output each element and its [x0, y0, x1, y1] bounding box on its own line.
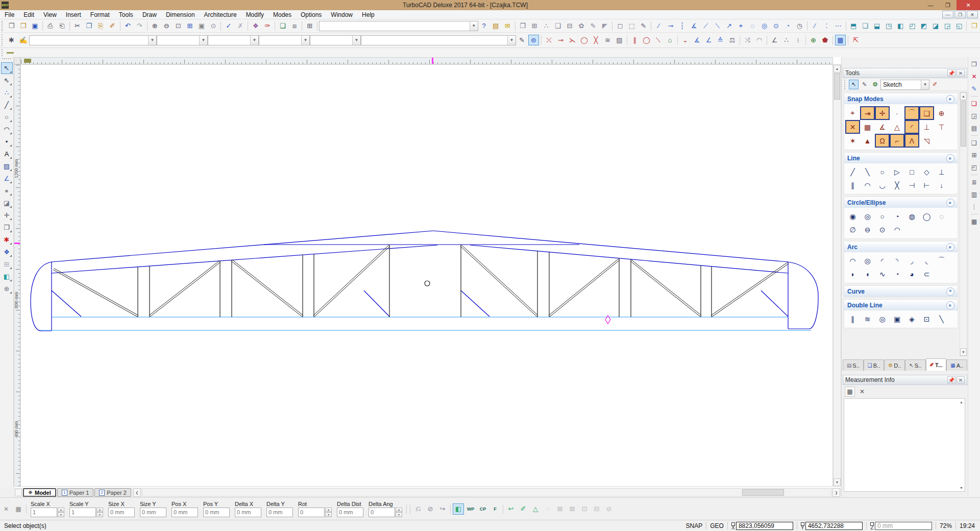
brush-pick-icon[interactable]: ✐ — [518, 503, 529, 515]
dline-single-icon[interactable]: ∥ — [845, 312, 860, 326]
mi-table-icon[interactable]: ▦ — [845, 387, 855, 397]
snap-indicator[interactable]: SNAP — [686, 522, 703, 529]
snap-facet-icon[interactable]: ▲ — [860, 134, 875, 148]
dline-rectangle-icon[interactable]: ◈ — [904, 312, 919, 326]
close-button[interactable]: ✕ — [957, 0, 980, 10]
array-fit-icon[interactable]: ⊟ — [564, 20, 575, 31]
table-grid-icon[interactable]: ▦ — [969, 216, 979, 227]
arc-tool-icon[interactable]: ◠ — [1, 124, 13, 135]
edit-style-icon[interactable]: ✍ — [18, 35, 29, 45]
node-col-icon[interactable]: ⁝ — [793, 35, 803, 45]
select-fence-icon[interactable]: F — [489, 503, 501, 515]
line-parallel-icon[interactable]: ∥ — [845, 179, 860, 192]
ellipse-icon[interactable]: ⊖ — [860, 223, 875, 236]
corner-trim-icon[interactable]: ◤ — [599, 20, 610, 31]
snap-aperture-icon[interactable]: △ — [890, 120, 904, 134]
arc-start-end-icon[interactable]: ◜ — [875, 254, 890, 268]
chevron-down-icon[interactable]: ▼ — [921, 80, 929, 89]
stamp-icon[interactable]: ◲ — [969, 111, 979, 121]
send-mail-icon[interactable]: ✉ — [502, 20, 513, 31]
frame-x-icon[interactable]: ⊠ — [567, 503, 578, 515]
field-input[interactable]: 0 mm — [337, 508, 363, 517]
cut-icon[interactable]: ✂ — [72, 20, 83, 31]
horizontal-scroll-thumb[interactable] — [742, 489, 784, 496]
sphere-tool-icon[interactable]: ● — [1, 185, 13, 197]
point-line-icon[interactable]: ∕ — [810, 20, 820, 31]
palette-style-combo[interactable]: Sketch▼ — [880, 80, 929, 90]
open-icon[interactable]: ❒ — [18, 20, 29, 31]
frame-null-icon[interactable]: ⊘ — [603, 503, 615, 515]
dline-multiline-icon[interactable]: ≋ — [860, 312, 875, 326]
panel-scrollbar[interactable]: ▲ ▼ — [960, 92, 967, 356]
stack-rows-icon[interactable]: ≣ — [969, 177, 979, 187]
zoom-window-icon[interactable]: ⊡ — [173, 20, 184, 31]
group-make-icon[interactable]: ⊕ — [808, 35, 819, 45]
chevron-down-icon[interactable]: ▼ — [250, 36, 258, 45]
menu-modify[interactable]: Modify — [241, 11, 268, 19]
box-list-icon[interactable]: ❑ — [969, 138, 979, 148]
spinner-up-icon[interactable]: ▲ — [396, 508, 402, 513]
palette-world-icon[interactable]: ❂ — [870, 80, 880, 89]
render-mode-icon[interactable]: ▦ — [835, 35, 846, 45]
chevron-down-icon[interactable]: ▼ — [301, 36, 309, 45]
menu-view[interactable]: View — [39, 11, 61, 19]
scroll-down-arrow[interactable]: ▼ — [834, 478, 841, 486]
minimize-button[interactable]: — — [922, 0, 939, 10]
chevron-down-icon[interactable]: ▼ — [199, 36, 207, 45]
field-input[interactable]: 0 — [298, 508, 325, 517]
zoom-page-icon[interactable]: ▣ — [197, 20, 207, 31]
scissors-arc-icon[interactable]: ⤨ — [742, 35, 753, 45]
iso-view-7-icon[interactable]: ◩ — [919, 20, 929, 31]
print-icon[interactable]: ⎙ — [45, 20, 56, 31]
return-selection-icon[interactable]: ↩ — [505, 503, 517, 515]
line-tangent-to-arc-icon[interactable]: ◠ — [860, 179, 875, 192]
snap-cross-icon[interactable]: ┆ — [677, 20, 688, 31]
arc-rotated-icon[interactable]: ⌒ — [934, 254, 949, 268]
corner-angle-icon[interactable]: ∠ — [769, 35, 780, 45]
field-input[interactable]: 0 mm — [266, 508, 293, 517]
chevron-down-icon[interactable]: ▼ — [148, 36, 156, 45]
copy-entity-icon[interactable]: ❐ — [518, 20, 528, 31]
iso-view-5-icon[interactable]: ◧ — [895, 20, 906, 31]
menu-tools[interactable]: Tools — [114, 11, 138, 19]
menu-file[interactable]: File — [0, 11, 19, 19]
select-rectangle-icon[interactable]: ◧ — [453, 503, 464, 515]
chevron-down-icon[interactable]: ▼ — [470, 21, 478, 31]
edit-circle-icon[interactable]: ◯ — [579, 35, 590, 45]
line-single-icon[interactable]: ╱ — [845, 165, 860, 179]
mi-scroll-up[interactable]: ▲ — [958, 399, 965, 405]
group-tool-icon[interactable]: ❖ — [1, 246, 13, 258]
array-tool-icon[interactable]: ⊞ — [1, 258, 13, 270]
nodes-icon[interactable]: ∴ — [541, 20, 552, 31]
palette-select-icon[interactable]: ↖ — [849, 80, 859, 89]
field-input[interactable]: 1 — [69, 508, 96, 517]
block-add-icon[interactable]: ⧈ — [289, 20, 300, 31]
explode-icon[interactable]: ❖ — [250, 20, 261, 31]
arc-1-3-2-icon[interactable]: ◟ — [919, 254, 934, 268]
edit-extend-icon[interactable]: ⊸ — [555, 35, 566, 45]
select-icon[interactable]: ↖ — [1, 62, 13, 74]
weight-icon[interactable]: ⚖ — [727, 35, 738, 45]
zoom-out-icon[interactable]: ⊖ — [161, 20, 172, 31]
snap-arc-center-icon[interactable]: ⌒ — [904, 106, 919, 120]
snap-ortho-icon[interactable]: ⌐ — [890, 134, 904, 148]
insp-hand-icon[interactable]: ⎌ — [412, 503, 424, 515]
magnetic-point-icon[interactable]: Ω — [875, 134, 890, 148]
selection-combo[interactable]: ▼ — [319, 21, 478, 31]
insp-table-icon[interactable]: ▦ — [13, 504, 23, 514]
measure-icon[interactable]: ≙ — [715, 35, 726, 45]
menu-options[interactable]: Options — [296, 11, 326, 19]
edit-sheet-icon[interactable]: ▨ — [614, 35, 625, 45]
chevron-up-icon[interactable]: « — [946, 199, 954, 207]
field-input[interactable]: 0 mm — [108, 508, 135, 517]
circle-tan-to-3-icon[interactable]: ◌ — [934, 210, 949, 223]
palette-pen-icon[interactable]: ✎ — [860, 80, 869, 89]
open-drawing-icon[interactable]: ❒ — [969, 20, 979, 31]
redo-icon[interactable]: ↷ — [134, 20, 145, 31]
dline-rotated-icon[interactable]: ⊡ — [919, 312, 934, 326]
snap-grid-icon[interactable]: ▦ — [860, 120, 875, 134]
edit-split-icon[interactable]: ⋋ — [567, 35, 578, 45]
house-icon[interactable]: ⌂ — [665, 35, 675, 45]
tab-selector[interactable]: ↖S.. — [905, 359, 926, 371]
color-swatches-icon[interactable]: ◧ — [1, 271, 13, 282]
